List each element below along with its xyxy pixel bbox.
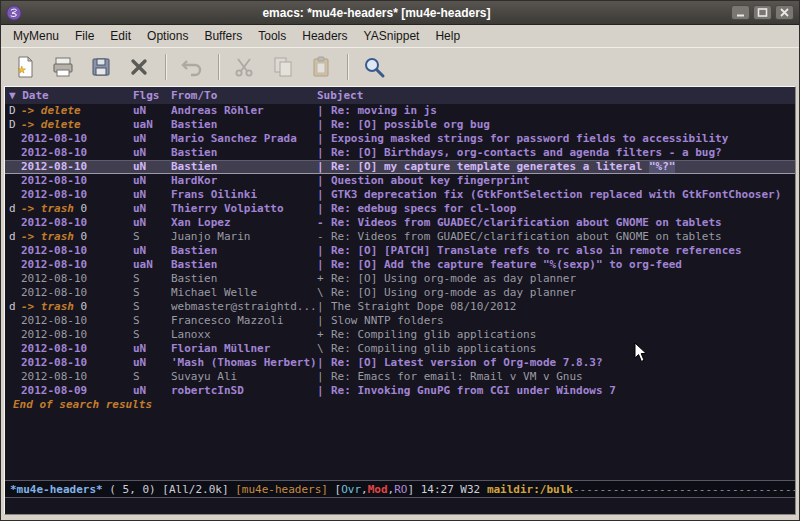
buffer-mu4e-headers: ▼ Date Flgs From/To Subject D-> deleteuN… <box>4 86 796 515</box>
mark-cell <box>9 174 21 188</box>
close-buffer-button[interactable] <box>123 51 155 83</box>
modeline-segment-dashes: ----------------------------------------… <box>573 483 795 496</box>
message-row[interactable]: 2012-08-10SLanoxx+Re: Compiling glib app… <box>5 328 795 342</box>
emacs-window: emacs: *mu4e-headers* [mu4e-headers] MyM… <box>0 0 800 521</box>
mark-action-suffix: 0 <box>74 300 87 313</box>
date-cell: 2012-08-10 <box>21 272 133 286</box>
thread-indicator: | <box>317 132 331 146</box>
thread-indicator: | <box>317 356 331 370</box>
message-row[interactable]: 2012-08-10uaNBastien|Re: [O] Add the cap… <box>5 258 795 272</box>
column-header-from[interactable]: From/To <box>171 89 317 102</box>
minimize-button[interactable] <box>731 5 750 20</box>
subject-cell: Re: [O] Add the capture feature "%(sexp)… <box>331 258 795 272</box>
flags-cell: uaN <box>133 258 171 272</box>
message-row[interactable]: 2012-08-10SMichael Welle\Re: [O] Using o… <box>5 286 795 300</box>
menu-help[interactable]: Help <box>427 25 468 47</box>
message-row[interactable]: 2012-08-10uNBastien|Re: [O] Birthdays, o… <box>5 146 795 160</box>
flags-cell: uN <box>133 342 171 356</box>
cut-button[interactable] <box>229 51 261 83</box>
thread-indicator: | <box>317 104 331 118</box>
copy-button[interactable] <box>267 51 299 83</box>
subject-cell: Re: Invoking GnuPG from CGI under Window… <box>331 384 795 398</box>
flags-cell: uN <box>133 146 171 160</box>
date-cell: 2012-08-10 <box>21 188 133 202</box>
subject-cell: Re: [O] Using org-mode as day planner <box>331 286 795 300</box>
mark-cell <box>9 146 21 160</box>
flags-cell: uN <box>133 188 171 202</box>
from-cell: HardKor <box>171 174 317 188</box>
message-row[interactable]: 2012-08-10uNBastien|Re: [O] [PATCH] Tran… <box>5 244 795 258</box>
undo-button[interactable] <box>176 51 208 83</box>
thread-indicator: | <box>317 202 331 216</box>
from-cell: Francesco Mazzoli <box>171 314 317 328</box>
message-row[interactable]: 2012-08-10uN'Mash (Thomas Herbert)|Re: [… <box>5 356 795 370</box>
date-cell: 2012-08-10 <box>21 356 133 370</box>
thread-indicator: | <box>317 118 331 132</box>
menu-headers[interactable]: Headers <box>294 25 355 47</box>
menu-yasnippet[interactable]: YASnippet <box>356 25 428 47</box>
column-header-subject[interactable]: Subject <box>317 89 795 102</box>
subject-cell: Re: Videos from GUADEC/clarification abo… <box>331 216 795 230</box>
undo-icon <box>180 55 204 79</box>
message-row[interactable]: d-> trash 0Swebmaster@straightd...|The S… <box>5 300 795 314</box>
message-row[interactable]: 2012-08-10SBastien+Re: [O] Using org-mod… <box>5 272 795 286</box>
mark-cell: D <box>9 118 21 132</box>
message-row[interactable]: 2012-08-10SSuvayu Ali|Re: Emacs for emai… <box>5 370 795 384</box>
open-file-button[interactable] <box>47 51 79 83</box>
subject-cell: Re: [O] my capture template generates a … <box>331 161 795 173</box>
menu-buffers[interactable]: Buffers <box>196 25 250 47</box>
from-cell: robertcInSD <box>171 384 317 398</box>
subject-cell: Re: Videos from GUADEC/clarification abo… <box>331 230 795 244</box>
new-file-button[interactable] <box>9 51 41 83</box>
thread-indicator: | <box>317 188 331 202</box>
save-button[interactable] <box>85 51 117 83</box>
column-header-flags[interactable]: Flgs <box>133 89 171 102</box>
menu-file[interactable]: File <box>67 25 102 47</box>
subject-cell: The Straight Dope 08/10/2012 <box>331 300 795 314</box>
mark-cell: d <box>9 300 21 314</box>
search-button[interactable] <box>358 51 390 83</box>
flags-cell: S <box>133 314 171 328</box>
save-icon <box>89 55 113 79</box>
mark-cell <box>9 258 21 272</box>
message-row[interactable]: 2012-08-10uNBastien|Re: [O] my capture t… <box>5 160 795 174</box>
message-row[interactable]: 2012-08-10uNFlorian Müllner\Re: Compilin… <box>5 342 795 356</box>
message-row[interactable]: D-> deleteuaNBastien|Re: [O] possible or… <box>5 118 795 132</box>
from-cell: Suvayu Ali <box>171 370 317 384</box>
thread-indicator: \ <box>317 286 331 300</box>
menu-tools[interactable]: Tools <box>250 25 294 47</box>
menu-edit[interactable]: Edit <box>102 25 139 47</box>
maximize-button[interactable] <box>753 5 772 20</box>
modeline-segment-plain: , <box>361 483 368 496</box>
search-icon <box>362 55 386 79</box>
message-row[interactable]: 2012-08-10uNXan Lopez-Re: Videos from GU… <box>5 216 795 230</box>
date-cell: 2012-08-10 <box>21 370 133 384</box>
paste-button[interactable] <box>305 51 337 83</box>
flags-cell: S <box>133 300 171 314</box>
message-row[interactable]: 2012-08-10uNFrans Oilinki|GTK3 deprecati… <box>5 188 795 202</box>
message-row[interactable]: 2012-08-10SFrancesco Mazzoli|Slow NNTP f… <box>5 314 795 328</box>
paste-icon <box>309 55 333 79</box>
thread-indicator: + <box>317 328 331 342</box>
message-row[interactable]: 2012-08-10uNMario Sanchez Prada|Exposing… <box>5 132 795 146</box>
column-header-date[interactable]: ▼ Date <box>9 89 133 102</box>
close-buffer-icon <box>127 55 151 79</box>
close-button[interactable] <box>775 5 794 20</box>
buffer-empty-area <box>5 412 795 480</box>
menu-options[interactable]: Options <box>139 25 196 47</box>
mark-cell <box>9 244 21 258</box>
modeline-segment-mode: [mu4e-headers] <box>235 483 328 496</box>
menu-mymenu[interactable]: MyMenu <box>5 25 67 47</box>
echo-area[interactable] <box>5 498 795 514</box>
message-row[interactable]: D-> deleteuNAndreas Röhler|Re: moving in… <box>5 104 795 118</box>
flags-cell: uaN <box>133 118 171 132</box>
message-row[interactable]: d-> trash 0SJuanjo Marin-Re: Videos from… <box>5 230 795 244</box>
new-file-icon <box>13 55 37 79</box>
message-row[interactable]: d-> trash 0uNThierry Volpiatto|Re: edebu… <box>5 202 795 216</box>
menubar: MyMenuFileEditOptionsBuffersToolsHeaders… <box>1 25 799 47</box>
message-row[interactable]: 2012-08-10uNHardKor|Question about key f… <box>5 174 795 188</box>
from-cell: Bastien <box>171 161 317 173</box>
titlebar[interactable]: emacs: *mu4e-headers* [mu4e-headers] <box>1 1 799 25</box>
message-row[interactable]: 2012-08-09uNrobertcInSD|Re: Invoking Gnu… <box>5 384 795 398</box>
toolbar <box>1 47 799 85</box>
